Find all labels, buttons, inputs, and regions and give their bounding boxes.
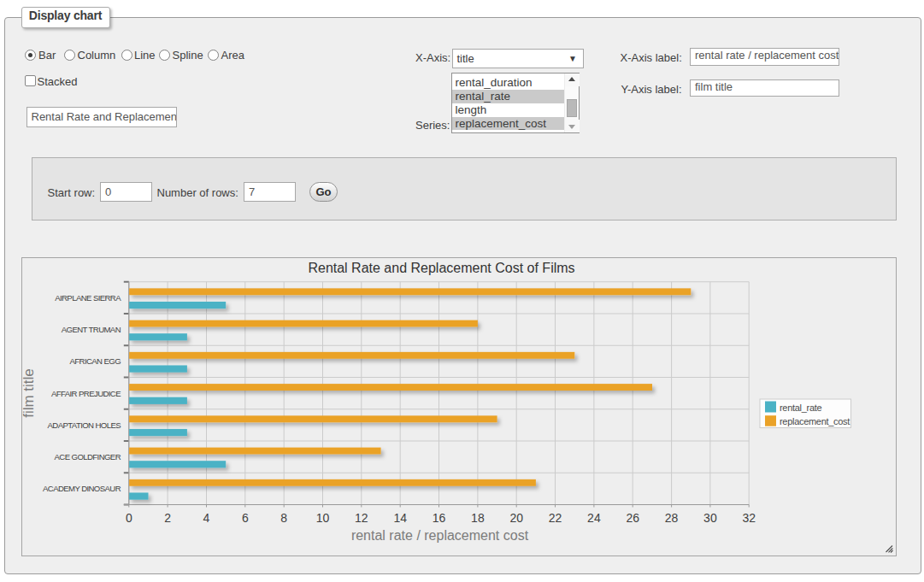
svg-text:12: 12 bbox=[355, 511, 368, 525]
svg-text:26: 26 bbox=[626, 511, 639, 525]
svg-text:28: 28 bbox=[664, 511, 678, 525]
svg-text:14: 14 bbox=[393, 511, 407, 525]
svg-text:rental_rate: rental_rate bbox=[780, 403, 821, 413]
svg-text:4: 4 bbox=[203, 511, 209, 525]
svg-text:24: 24 bbox=[587, 511, 601, 525]
svg-text:8: 8 bbox=[280, 511, 287, 525]
svg-text:6: 6 bbox=[241, 511, 248, 525]
svg-text:ADAPTATION HOLES: ADAPTATION HOLES bbox=[47, 420, 121, 430]
svg-text:Rental Rate and Replacement Co: Rental Rate and Replacement Cost of Film… bbox=[308, 261, 574, 275]
svg-text:AFRICAN EGG: AFRICAN EGG bbox=[69, 356, 121, 366]
svg-text:30: 30 bbox=[703, 511, 717, 525]
svg-text:AFFAIR PREJUDICE: AFFAIR PREJUDICE bbox=[50, 389, 120, 398]
svg-text:AGENT TRUMAN: AGENT TRUMAN bbox=[61, 325, 121, 334]
svg-text:2: 2 bbox=[164, 511, 171, 525]
svg-text:10: 10 bbox=[315, 511, 329, 525]
svg-text:ACE GOLDFINGER: ACE GOLDFINGER bbox=[54, 452, 121, 461]
svg-text:32: 32 bbox=[742, 511, 756, 525]
svg-text:16: 16 bbox=[432, 511, 445, 525]
svg-text:AIRPLANE SIERRA: AIRPLANE SIERRA bbox=[55, 293, 121, 303]
svg-text:rental rate / replacement cost: rental rate / replacement cost bbox=[350, 528, 528, 543]
svg-text:film title: film title bbox=[21, 368, 37, 418]
svg-text:0: 0 bbox=[125, 511, 132, 525]
svg-text:22: 22 bbox=[548, 511, 562, 525]
svg-text:20: 20 bbox=[509, 511, 523, 525]
svg-text:replacement_cost: replacement_cost bbox=[780, 416, 850, 426]
svg-text:18: 18 bbox=[471, 511, 485, 525]
svg-text:ACADEMY DINOSAUR: ACADEMY DINOSAUR bbox=[43, 484, 121, 493]
